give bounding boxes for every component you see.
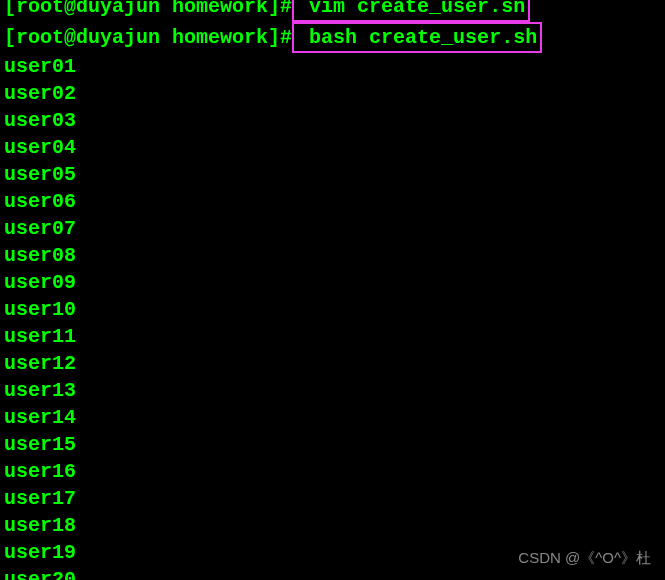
output-line: user09: [4, 269, 661, 296]
prompt-bracket: [: [4, 26, 16, 49]
output-line: user05: [4, 161, 661, 188]
prompt-line-1: [root@duyajun homework]# vim create_user…: [4, 0, 661, 22]
prompt-userhost: root@duyajun: [16, 0, 160, 18]
output-line: user08: [4, 242, 661, 269]
output-line: user11: [4, 323, 661, 350]
prompt-line-2: [root@duyajun homework]# bash create_use…: [4, 22, 661, 53]
output-line: user07: [4, 215, 661, 242]
output-line: user15: [4, 431, 661, 458]
output-line: user20: [4, 566, 661, 580]
prompt-userhost: root@duyajun: [16, 26, 160, 49]
output-line: user13: [4, 377, 661, 404]
output-line: user14: [4, 404, 661, 431]
output-line: user12: [4, 350, 661, 377]
output-line: user06: [4, 188, 661, 215]
highlighted-command-1: vim create_user.sn: [292, 0, 530, 22]
terminal-window[interactable]: [root@duyajun homework]# vim create_user…: [0, 0, 665, 580]
prompt-dir: homework: [172, 0, 268, 18]
prompt-bracket: [: [4, 0, 16, 18]
output-line: user04: [4, 134, 661, 161]
highlighted-command-2: bash create_user.sh: [292, 22, 542, 53]
watermark-text: CSDN @《^O^》杜: [518, 548, 651, 568]
prompt-suffix: ]#: [268, 26, 292, 49]
output-line: user10: [4, 296, 661, 323]
command-text: bash create_user.sh: [297, 26, 537, 49]
output-line: user16: [4, 458, 661, 485]
output-line: user01: [4, 53, 661, 80]
prompt-dir: homework: [172, 26, 268, 49]
output-line: user03: [4, 107, 661, 134]
output-line: user17: [4, 485, 661, 512]
prompt-suffix: ]#: [268, 0, 292, 18]
output-line: user18: [4, 512, 661, 539]
output-line: user02: [4, 80, 661, 107]
